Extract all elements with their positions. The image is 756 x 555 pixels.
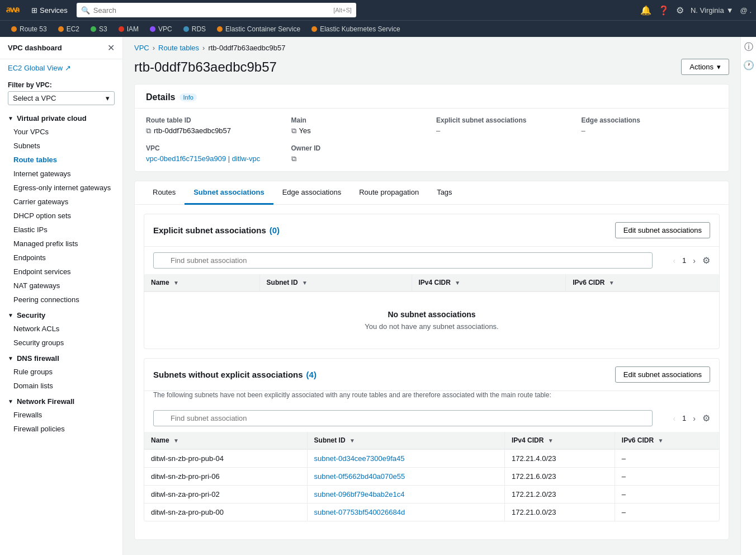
breadcrumb-vpc[interactable]: VPC xyxy=(134,44,149,52)
sidebar-item-route-tables[interactable]: Route tables xyxy=(0,153,122,167)
row-ipv4: 172.21.6.0/23 xyxy=(504,468,615,486)
actions-label: Actions xyxy=(689,63,714,71)
notification-icon[interactable]: 🔔 xyxy=(640,5,651,16)
owner-id-label: Owner ID xyxy=(291,144,428,152)
info-badge[interactable]: Info xyxy=(179,93,196,101)
sidebar-item-nat-gateways[interactable]: NAT gateways xyxy=(0,279,122,293)
tab-edge-associations[interactable]: Edge associations xyxy=(273,181,351,205)
sidebar-item-endpoints[interactable]: Endpoints xyxy=(0,251,122,265)
right-sidebar: ⓘ 🕐 xyxy=(740,37,756,555)
sidebar-item-subnets[interactable]: Subnets xyxy=(0,139,122,153)
sidebar-section-vpc[interactable]: ▼ Virtual private cloud xyxy=(0,110,122,125)
bookmark-vpc[interactable]: VPC xyxy=(145,23,177,35)
search-input[interactable] xyxy=(93,6,330,15)
edge-assoc-field: Edge associations – xyxy=(582,116,718,135)
sidebar-item-dhcp-options[interactable]: DHCP option sets xyxy=(0,209,122,223)
subnet-id-link[interactable]: subnet-096bf79e4bab2e1c4 xyxy=(314,490,405,498)
subnet-id-link[interactable]: subnet-0d34cee7300e9fa45 xyxy=(314,454,405,463)
sidebar-item-network-acls[interactable]: Network ACLs xyxy=(0,322,122,336)
explicit-search-input[interactable] xyxy=(153,252,653,269)
sidebar-item-elastic-ips[interactable]: Elastic IPs xyxy=(0,223,122,237)
help-icon[interactable]: ❓ xyxy=(658,5,669,16)
tab-tags[interactable]: Tags xyxy=(428,181,461,205)
implicit-count-badge: (4) xyxy=(306,370,316,379)
services-button[interactable]: ⊞ Services xyxy=(27,4,72,17)
chevron-down-icon: ▼ xyxy=(8,398,13,405)
explicit-settings-icon[interactable]: ⚙ xyxy=(702,255,710,266)
sidebar-item-peering-connections[interactable]: Peering connections xyxy=(0,293,122,307)
sidebar-item-internet-gateways[interactable]: Internet gateways xyxy=(0,167,122,181)
tab-subnet-associations[interactable]: Subnet associations xyxy=(185,181,273,205)
implicit-prev-page[interactable]: ‹ xyxy=(670,413,678,424)
bookmark-rds[interactable]: RDS xyxy=(179,23,210,35)
implicit-settings-icon[interactable]: ⚙ xyxy=(702,413,710,424)
bookmark-s3[interactable]: S3 xyxy=(86,23,112,35)
sidebar-item-firewalls[interactable]: Firewalls xyxy=(0,408,122,422)
actions-button[interactable]: Actions ▾ xyxy=(681,59,729,75)
settings-icon[interactable]: ⚙ xyxy=(676,5,684,16)
sidebar-section-dns-firewall[interactable]: ▼ DNS firewall xyxy=(0,350,122,365)
aws-logo[interactable] xyxy=(4,4,22,16)
sidebar-item-egress-only-gateways[interactable]: Egress-only internet gateways xyxy=(0,181,122,195)
sidebar-close-button[interactable]: ✕ xyxy=(107,43,115,53)
sidebar-section-network-firewall[interactable]: ▼ Network Firewall xyxy=(0,393,122,408)
sidebar-item-carrier-gateways[interactable]: Carrier gateways xyxy=(0,195,122,209)
explicit-count-badge: (0) xyxy=(270,225,280,235)
sidebar-ec2-global[interactable]: EC2 Global View ↗ xyxy=(0,59,122,77)
route-table-id-field: Route table ID ⧉ rtb-0ddf7b63aedbc9b57 xyxy=(146,116,282,135)
row-subnet-id: subnet-0d34cee7300e9fa45 xyxy=(307,449,504,468)
row-name: ditwl-sn-za-pro-pub-00 xyxy=(144,504,307,521)
info-circle-icon[interactable]: ⓘ xyxy=(744,41,753,53)
implicit-edit-button[interactable]: Edit subnet associations xyxy=(615,366,710,383)
explicit-edit-button[interactable]: Edit subnet associations xyxy=(615,222,710,238)
implicit-next-page[interactable]: › xyxy=(691,413,698,424)
table-row: ditwl-sn-za-pro-pub-00 subnet-07753bf540… xyxy=(144,504,719,521)
bookmark-iam[interactable]: IAM xyxy=(114,23,143,35)
region-chevron: ▼ xyxy=(726,6,734,15)
subnet-id-link[interactable]: subnet-07753bf540026684d xyxy=(314,508,405,516)
search-bar[interactable]: 🔍 [Alt+S] xyxy=(77,3,356,17)
row-subnet-id: subnet-0f5662bd40a070e55 xyxy=(307,468,504,486)
details-card-header: Details Info xyxy=(135,84,729,109)
bookmark-ec2[interactable]: EC2 xyxy=(54,23,84,35)
copy-icon[interactable]: ⧉ xyxy=(291,154,296,163)
bookmark-ecs[interactable]: Elastic Container Service xyxy=(212,23,305,35)
copy-icon[interactable]: ⧉ xyxy=(291,126,296,135)
breadcrumb-current: rtb-0ddf7b63aedbc9b57 xyxy=(208,44,285,52)
breadcrumb-route-tables[interactable]: Route tables xyxy=(158,44,199,52)
row-ipv4: 172.21.4.0/23 xyxy=(504,449,615,468)
tab-routes[interactable]: Routes xyxy=(144,181,185,205)
copy-icon[interactable]: ⧉ xyxy=(146,126,151,135)
tab-route-propagation[interactable]: Route propagation xyxy=(350,181,428,205)
filter-placeholder: Select a VPC xyxy=(13,94,56,102)
explicit-search-area: 🔍 xyxy=(144,247,662,274)
sidebar-filter: Filter by VPC: Select a VPC ▾ xyxy=(0,77,122,110)
subnet-id-link[interactable]: subnet-0f5662bd40a070e55 xyxy=(314,472,405,481)
bookmark-route53[interactable]: Route 53 xyxy=(7,23,51,35)
sidebar-item-domain-lists[interactable]: Domain lists xyxy=(0,379,122,393)
clock-icon[interactable]: 🕐 xyxy=(743,60,754,70)
sidebar-item-endpoint-services[interactable]: Endpoint services xyxy=(0,265,122,279)
explicit-prev-page[interactable]: ‹ xyxy=(670,255,678,266)
main-value: ⧉ Yes xyxy=(291,126,428,135)
sidebar-item-firewall-policies[interactable]: Firewall policies xyxy=(0,422,122,436)
implicit-search-input[interactable] xyxy=(153,410,653,426)
sidebar-item-rule-groups[interactable]: Rule groups xyxy=(0,365,122,379)
sidebar-section-security[interactable]: ▼ Security xyxy=(0,307,122,322)
actions-chevron-icon: ▾ xyxy=(717,63,721,71)
chevron-down-icon: ▼ xyxy=(8,115,13,121)
region-selector[interactable]: N. Virginia ▼ xyxy=(691,6,734,15)
sidebar-item-your-vpcs[interactable]: Your VPCs xyxy=(0,125,122,139)
explicit-subnet-table: Name ▼ Subnet ID ▼ IPv4 CIDR ▼ IPv6 CIDR… xyxy=(144,274,719,349)
bookmark-eks[interactable]: Elastic Kubernetes Service xyxy=(307,23,404,35)
vpc-link[interactable]: vpc-0bed1f6c715e9a909 | ditlw-vpc xyxy=(146,154,260,163)
user-info[interactable]: @ . xyxy=(740,6,752,15)
vpc-filter-select[interactable]: Select a VPC ▾ xyxy=(8,91,115,105)
vpc-field: VPC vpc-0bed1f6c715e9a909 | ditlw-vpc xyxy=(146,144,282,163)
explicit-next-page[interactable]: › xyxy=(691,255,698,266)
sidebar-item-managed-prefix-lists[interactable]: Managed prefix lists xyxy=(0,237,122,251)
implicit-page-num: 1 xyxy=(682,414,686,422)
bookmarks-bar: Route 53 EC2 S3 IAM VPC RDS Elastic Cont… xyxy=(0,20,756,37)
empty-state: No subnet associations You do not have a… xyxy=(151,297,712,344)
sidebar-item-security-groups[interactable]: Security groups xyxy=(0,336,122,350)
